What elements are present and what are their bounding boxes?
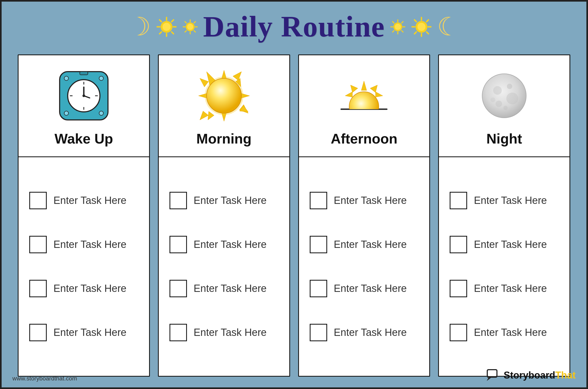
footer-brand: StoryboardThat <box>486 369 576 382</box>
list-item: Enter Task Here <box>310 324 419 341</box>
task-label: Enter Task Here <box>334 283 407 294</box>
list-item: Enter Task Here <box>169 236 279 253</box>
svg-point-43 <box>64 76 68 80</box>
deco-moon-left-icon: ☽ <box>128 14 151 39</box>
svg-point-81 <box>506 93 518 104</box>
task-label: Enter Task Here <box>474 195 547 206</box>
list-item: Enter Task Here <box>450 236 559 253</box>
svg-marker-61 <box>200 111 208 120</box>
task-label: Enter Task Here <box>53 195 127 206</box>
task-label: Enter Task Here <box>474 283 547 294</box>
svg-point-84 <box>490 97 495 102</box>
svg-line-29 <box>392 31 394 32</box>
task-checkbox[interactable] <box>169 236 187 253</box>
footer-url: www.storyboardthat.com <box>12 375 77 382</box>
column-morning: Morning Enter Task Here Enter Task Here … <box>158 54 290 377</box>
svg-rect-87 <box>488 370 496 376</box>
list-item: Enter Task Here <box>29 192 138 209</box>
svg-point-45 <box>64 111 68 115</box>
deco-sun-left-icon <box>156 16 177 38</box>
svg-line-17 <box>194 31 195 32</box>
task-checkbox[interactable] <box>310 192 327 209</box>
svg-marker-74 <box>351 85 358 93</box>
svg-line-26 <box>392 21 394 23</box>
svg-line-39 <box>414 32 416 34</box>
sun-full-icon <box>194 66 254 125</box>
list-item: Enter Task Here <box>29 280 138 297</box>
task-checkbox[interactable] <box>450 324 467 341</box>
task-checkbox[interactable] <box>169 192 187 209</box>
column-wake-up: Wake Up Enter Task Here Enter Task Here … <box>18 54 150 377</box>
svg-rect-55 <box>80 72 88 75</box>
svg-point-46 <box>99 111 103 115</box>
list-item: Enter Task Here <box>29 324 138 341</box>
list-item: Enter Task Here <box>310 236 419 253</box>
svg-line-19 <box>185 31 186 32</box>
svg-line-28 <box>402 21 403 23</box>
col-header-morning: Morning <box>159 55 289 157</box>
col-tasks-night: Enter Task Here Enter Task Here Enter Ta… <box>439 157 569 376</box>
task-checkbox[interactable] <box>29 236 47 253</box>
task-checkbox[interactable] <box>29 324 47 341</box>
task-checkbox[interactable] <box>450 192 467 209</box>
page: ☽ <box>2 2 586 387</box>
svg-point-82 <box>496 101 502 107</box>
svg-line-16 <box>185 21 186 23</box>
task-checkbox[interactable] <box>169 324 187 341</box>
column-night: Night Enter Task Here Enter Task Here En… <box>438 54 570 377</box>
svg-point-78 <box>482 74 526 118</box>
svg-point-54 <box>82 94 85 97</box>
col-title-morning: Morning <box>196 131 251 147</box>
list-item: Enter Task Here <box>29 236 138 253</box>
col-tasks-wake-up: Enter Task Here Enter Task Here Enter Ta… <box>19 157 149 376</box>
svg-point-44 <box>99 76 103 80</box>
svg-point-10 <box>163 23 171 31</box>
svg-line-27 <box>402 31 403 32</box>
svg-point-77 <box>349 92 379 120</box>
svg-marker-67 <box>208 111 214 120</box>
svg-marker-72 <box>361 81 367 90</box>
svg-marker-64 <box>200 78 208 87</box>
svg-point-83 <box>503 106 508 110</box>
col-tasks-morning: Enter Task Here Enter Task Here Enter Ta… <box>159 157 289 376</box>
list-item: Enter Task Here <box>169 324 279 341</box>
task-checkbox[interactable] <box>450 280 467 297</box>
svg-point-80 <box>507 84 512 89</box>
deco-sun4-right-icon <box>411 16 432 38</box>
col-header-wake-up: Wake Up <box>19 55 149 157</box>
svg-point-41 <box>417 23 425 31</box>
task-label: Enter Task Here <box>334 195 407 206</box>
svg-marker-86 <box>487 378 491 381</box>
svg-line-5 <box>160 20 161 22</box>
sun-horizon-icon <box>334 66 394 125</box>
list-item: Enter Task Here <box>169 280 279 297</box>
columns-container: Wake Up Enter Task Here Enter Task Here … <box>18 54 570 377</box>
task-checkbox[interactable] <box>310 324 327 341</box>
svg-line-38 <box>427 20 428 22</box>
list-item: Enter Task Here <box>450 324 559 341</box>
task-checkbox[interactable] <box>29 192 47 209</box>
svg-line-6 <box>172 32 174 34</box>
clock-icon <box>54 66 113 125</box>
task-label: Enter Task Here <box>53 283 127 294</box>
list-item: Enter Task Here <box>310 192 419 209</box>
deco-moon-right-icon: ☽ <box>437 14 460 39</box>
svg-point-69 <box>207 78 241 113</box>
moon-full-icon <box>475 66 534 125</box>
footer: www.storyboardthat.com StoryboardThat <box>12 369 576 382</box>
task-label: Enter Task Here <box>194 283 267 294</box>
task-checkbox[interactable] <box>29 280 47 297</box>
task-checkbox[interactable] <box>450 236 467 253</box>
svg-line-18 <box>194 21 195 23</box>
svg-marker-73 <box>370 85 377 93</box>
col-tasks-afternoon: Enter Task Here Enter Task Here Enter Ta… <box>299 157 430 376</box>
svg-line-36 <box>414 20 416 22</box>
task-checkbox[interactable] <box>310 236 327 253</box>
task-checkbox[interactable] <box>310 280 327 297</box>
list-item: Enter Task Here <box>450 192 559 209</box>
task-label: Enter Task Here <box>53 327 127 338</box>
task-label: Enter Task Here <box>194 239 267 250</box>
task-label: Enter Task Here <box>334 327 407 338</box>
task-checkbox[interactable] <box>169 280 187 297</box>
brand-name: StoryboardThat <box>504 370 576 381</box>
